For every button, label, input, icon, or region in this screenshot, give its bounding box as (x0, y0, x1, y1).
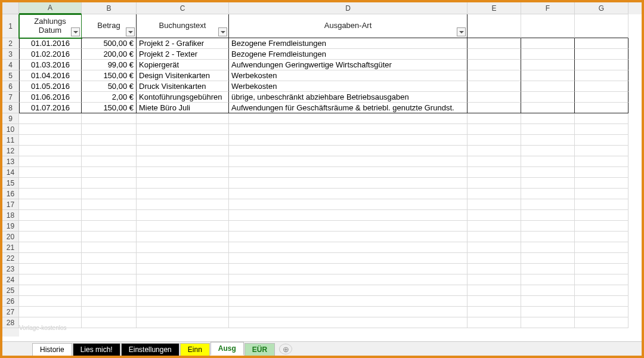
row-header-17[interactable]: 17 (2, 199, 19, 210)
cell[interactable] (521, 113, 575, 124)
cell[interactable] (19, 199, 82, 210)
cell[interactable] (575, 49, 628, 60)
cell[interactable] (137, 146, 229, 156)
cell[interactable] (467, 317, 521, 328)
cell[interactable] (575, 38, 628, 49)
cell[interactable] (82, 210, 137, 221)
cell[interactable] (229, 317, 467, 328)
cell-date[interactable]: 01.02.2016 (19, 49, 82, 60)
col-header-C[interactable]: C (137, 2, 229, 14)
cell-type[interactable]: Aufwendungen Geringwertige Wirtschaftsgü… (229, 60, 467, 70)
cell[interactable] (82, 253, 137, 264)
cell[interactable] (467, 274, 521, 285)
cell-date[interactable]: 01.07.2016 (19, 103, 82, 113)
cell[interactable] (521, 167, 575, 178)
cell[interactable] (467, 92, 521, 103)
cell[interactable] (229, 135, 467, 146)
cell[interactable] (137, 178, 229, 189)
cell[interactable] (229, 221, 467, 232)
add-sheet-button[interactable]: ⊕ (279, 344, 292, 354)
tab-lies-mich[interactable]: Lies mich! (73, 343, 120, 356)
cell[interactable] (82, 307, 137, 317)
tab-historie[interactable]: Historie (32, 343, 72, 356)
cell[interactable] (137, 274, 229, 285)
cell[interactable] (82, 242, 137, 253)
cell[interactable] (575, 178, 628, 189)
cell[interactable] (19, 242, 82, 253)
cell[interactable] (575, 135, 628, 146)
cell-area[interactable]: Zahlungs Datum Betrag Buchungstext Ausga… (19, 14, 642, 337)
cell[interactable] (229, 210, 467, 221)
cell[interactable] (575, 70, 628, 81)
cell[interactable] (137, 210, 229, 221)
cell[interactable] (82, 113, 137, 124)
cell[interactable] (521, 146, 575, 156)
cell[interactable] (521, 124, 575, 135)
filter-dropdown-icon[interactable] (457, 27, 466, 36)
cell[interactable] (575, 14, 628, 38)
cell[interactable] (521, 103, 575, 113)
cell[interactable] (467, 296, 521, 307)
cell[interactable] (229, 274, 467, 285)
cell[interactable] (467, 189, 521, 199)
tab-ausg[interactable]: Ausg (210, 342, 244, 356)
cell[interactable] (575, 146, 628, 156)
col-header-F[interactable]: F (521, 2, 575, 14)
tab-einn[interactable]: Einn (180, 343, 210, 356)
cell[interactable] (575, 296, 628, 307)
cell[interactable] (229, 242, 467, 253)
cell[interactable] (521, 81, 575, 92)
cell[interactable] (575, 253, 628, 264)
row-header-4[interactable]: 4 (2, 60, 19, 70)
cell[interactable] (575, 92, 628, 103)
cell[interactable] (82, 156, 137, 167)
cell-amount[interactable]: 50,00 € (82, 81, 137, 92)
cell[interactable] (575, 307, 628, 317)
cell[interactable] (229, 156, 467, 167)
row-header-16[interactable]: 16 (2, 189, 19, 199)
cell[interactable] (521, 135, 575, 146)
cell-type[interactable]: Bezogene Fremdleistungen (229, 38, 467, 49)
cell[interactable] (137, 167, 229, 178)
cell-amount[interactable]: 500,00 € (82, 38, 137, 49)
row-header-26[interactable]: 26 (2, 296, 19, 307)
row-header-8[interactable]: 8 (2, 103, 19, 113)
row-header-3[interactable]: 3 (2, 49, 19, 60)
cell[interactable] (82, 135, 137, 146)
row-header-22[interactable]: 22 (2, 253, 19, 264)
select-all-corner[interactable] (2, 2, 19, 14)
cell[interactable] (467, 135, 521, 146)
cell[interactable] (137, 135, 229, 146)
cell[interactable] (467, 38, 521, 49)
cell-amount[interactable]: 99,00 € (82, 60, 137, 70)
cell[interactable] (575, 232, 628, 242)
col-header-E[interactable]: E (467, 2, 521, 14)
cell-text[interactable]: Druck Visitenkarten (137, 81, 229, 92)
cell[interactable] (575, 274, 628, 285)
cell[interactable] (19, 221, 82, 232)
cell[interactable] (521, 285, 575, 296)
cell[interactable] (19, 264, 82, 274)
cell[interactable] (575, 81, 628, 92)
cell[interactable] (229, 199, 467, 210)
row-header-23[interactable]: 23 (2, 264, 19, 274)
cell[interactable] (521, 189, 575, 199)
cell[interactable] (521, 317, 575, 328)
cell[interactable] (19, 156, 82, 167)
col-header-D[interactable]: D (229, 2, 467, 14)
cell[interactable] (19, 135, 82, 146)
cell[interactable] (521, 253, 575, 264)
cell[interactable] (82, 146, 137, 156)
cell[interactable] (467, 103, 521, 113)
cell[interactable] (467, 242, 521, 253)
cell[interactable] (137, 221, 229, 232)
cell[interactable] (229, 307, 467, 317)
cell[interactable] (521, 178, 575, 189)
cell[interactable] (575, 264, 628, 274)
cell[interactable] (521, 49, 575, 60)
cell[interactable] (137, 285, 229, 296)
cell[interactable] (137, 307, 229, 317)
cell[interactable] (19, 113, 82, 124)
cell[interactable] (575, 210, 628, 221)
cell[interactable] (19, 296, 82, 307)
